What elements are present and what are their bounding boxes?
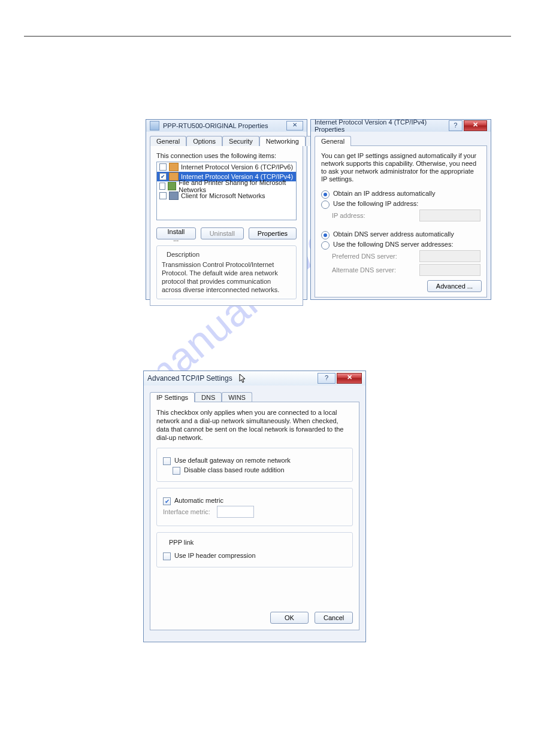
obtain-dns-auto-row[interactable]: Obtain DNS server address automatically: [321, 230, 480, 238]
protocol-icon: [169, 163, 179, 171]
radio-obtain-ip-auto[interactable]: [321, 190, 330, 199]
radio-label: Obtain an IP address automatically: [333, 190, 435, 197]
pref-dns-input: [419, 250, 480, 262]
list-item-label: Client for Microsoft Networks: [181, 192, 265, 199]
ipv4-general-page: You can get IP settings assigned automat…: [315, 145, 487, 297]
pref-dns-label: Preferred DNS server:: [332, 253, 397, 260]
checkbox-auto-metric[interactable]: ✔: [163, 497, 171, 505]
window-icon: [150, 121, 159, 130]
networking-tabpage: This connection uses the following items…: [150, 145, 303, 306]
checkbox[interactable]: ✔: [159, 173, 167, 180]
use-ip-row[interactable]: Use the following IP address:: [321, 199, 480, 208]
pref-dns-row: Preferred DNS server:: [332, 250, 480, 262]
dialog-buttons: OK Cancel: [270, 612, 353, 624]
adv-tabs: IP Settings DNS WINS: [144, 385, 365, 402]
help-button[interactable]: ?: [318, 373, 335, 384]
ip-address-input: [419, 210, 480, 221]
ipv4-properties-dialog: Internet Protocol Version 4 (TCP/IPv4) P…: [310, 119, 491, 300]
ip-address-label: IP address:: [332, 212, 365, 219]
mouse-cursor-icon: [238, 374, 247, 385]
adv-titlebar: Advanced TCP/IP Settings ? ✕: [144, 371, 365, 385]
page-stage: manualshive.com PPP-RTU500-ORIGINAL Prop…: [0, 37, 535, 756]
ip-compression-row[interactable]: Use IP header compression: [163, 551, 346, 559]
disable-class-row[interactable]: Disable class based route addition: [173, 466, 346, 473]
close-button[interactable]: ✕: [464, 120, 487, 131]
description-text: Transmission Control Protocol/Internet P…: [162, 260, 291, 294]
adv-title-text: Advanced TCP/IP Settings: [147, 374, 232, 382]
close-button[interactable]: ✕: [286, 121, 303, 130]
properties-button[interactable]: Properties: [249, 227, 297, 239]
close-button[interactable]: ✕: [337, 373, 362, 384]
list-item[interactable]: Internet Protocol Version 6 (TCP/IPv6): [157, 162, 296, 172]
item-buttons: Install ... Uninstall Properties: [156, 227, 297, 239]
checkbox[interactable]: [159, 192, 167, 199]
default-gateway-row[interactable]: Use default gateway on remote network: [163, 456, 346, 464]
obtain-ip-auto-row[interactable]: Obtain an IP address automatically: [321, 189, 480, 198]
ppp-properties-dialog: PPP-RTU500-ORIGINAL Properties ✕ General…: [146, 119, 307, 300]
radio-label: Use the following IP address:: [333, 200, 418, 207]
radio-label: Obtain DNS server address automatically: [333, 230, 454, 238]
client-icon: [169, 192, 179, 200]
uninstall-button[interactable]: Uninstall: [201, 227, 244, 239]
ipv4-title-text: Internet Protocol Version 4 (TCP/IPv4) P…: [315, 119, 449, 133]
checkbox[interactable]: [159, 163, 167, 171]
description-title: Description: [164, 251, 202, 258]
ipv4-intro-text: You can get IP settings assigned automat…: [321, 152, 480, 183]
install-button[interactable]: Install ...: [156, 227, 196, 239]
connection-items-label: This connection uses the following items…: [156, 152, 297, 159]
checkbox-label: Use default gateway on remote network: [174, 457, 291, 464]
ppp-tabs: General Options Security Networking Shar…: [146, 132, 307, 145]
tab-general[interactable]: General: [315, 136, 351, 146]
list-item-label: Internet Protocol Version 6 (TCP/IPv6): [181, 163, 293, 171]
radio-obtain-dns-auto[interactable]: [321, 231, 330, 239]
cancel-button[interactable]: Cancel: [315, 612, 353, 624]
interface-metric-input: [217, 506, 254, 518]
tab-general[interactable]: General: [150, 136, 186, 146]
description-group: Description Transmission Control Protoco…: [156, 245, 297, 299]
alt-dns-label: Alternate DNS server:: [332, 266, 396, 274]
tab-ipsettings[interactable]: IP Settings: [150, 392, 195, 402]
alt-dns-input: [419, 264, 480, 276]
radio-use-ip[interactable]: [321, 201, 330, 209]
ppp-titlebar: PPP-RTU500-ORIGINAL Properties ✕: [146, 120, 307, 132]
tab-security[interactable]: Security: [222, 136, 259, 146]
checkbox-label: Automatic metric: [174, 497, 223, 504]
ok-button[interactable]: OK: [270, 612, 309, 624]
tab-wins[interactable]: WINS: [222, 392, 252, 402]
use-dns-row[interactable]: Use the following DNS server addresses:: [321, 240, 480, 248]
checkbox-label: Disable class based route addition: [184, 466, 285, 473]
protocol-icon: [169, 172, 179, 181]
alt-dns-row: Alternate DNS server:: [332, 264, 480, 276]
metric-group: ✔ Automatic metric Interface metric:: [156, 488, 353, 526]
checkbox[interactable]: [159, 183, 165, 190]
advanced-button[interactable]: Advanced ...: [427, 280, 482, 292]
checkbox-default-gateway[interactable]: [163, 457, 171, 465]
interface-metric-label: Interface metric:: [163, 508, 217, 515]
tab-networking[interactable]: Networking: [259, 136, 306, 146]
gateway-group: Use default gateway on remote network Di…: [156, 448, 353, 482]
advanced-tcpip-dialog: Advanced TCP/IP Settings ? ✕ IP Settings…: [143, 371, 366, 642]
list-item-label: File and Printer Sharing for Microsoft N…: [179, 179, 294, 193]
ipv4-tabs: General: [311, 132, 491, 145]
tab-options[interactable]: Options: [186, 136, 222, 146]
checkbox-disable-class[interactable]: [173, 467, 180, 475]
list-item[interactable]: File and Printer Sharing for Microsoft N…: [157, 181, 296, 191]
checkbox-ip-compression[interactable]: [163, 552, 171, 560]
ppp-group: PPP link Use IP header compression: [156, 532, 353, 567]
help-button[interactable]: ?: [449, 120, 463, 131]
radio-label: Use the following DNS server addresses:: [333, 241, 454, 248]
checkbox-label: Use IP header compression: [174, 552, 256, 559]
ipsettings-page: This checkbox only applies when you are …: [150, 402, 359, 630]
radio-use-dns[interactable]: [321, 241, 330, 250]
ipv4-titlebar: Internet Protocol Version 4 (TCP/IPv4) P…: [311, 120, 491, 132]
ppp-group-label: PPP link: [167, 539, 196, 546]
auto-metric-row[interactable]: ✔ Automatic metric: [163, 496, 346, 504]
interface-metric-row: Interface metric:: [163, 506, 346, 518]
share-icon: [168, 182, 176, 190]
connection-items-list[interactable]: Internet Protocol Version 6 (TCP/IPv6) ✔…: [156, 162, 297, 220]
ip-address-row: IP address:: [332, 210, 480, 221]
ppp-title-text: PPP-RTU500-ORIGINAL Properties: [163, 122, 268, 129]
tab-dns[interactable]: DNS: [195, 392, 222, 402]
ipsettings-explain: This checkbox only applies when you are …: [156, 408, 353, 442]
